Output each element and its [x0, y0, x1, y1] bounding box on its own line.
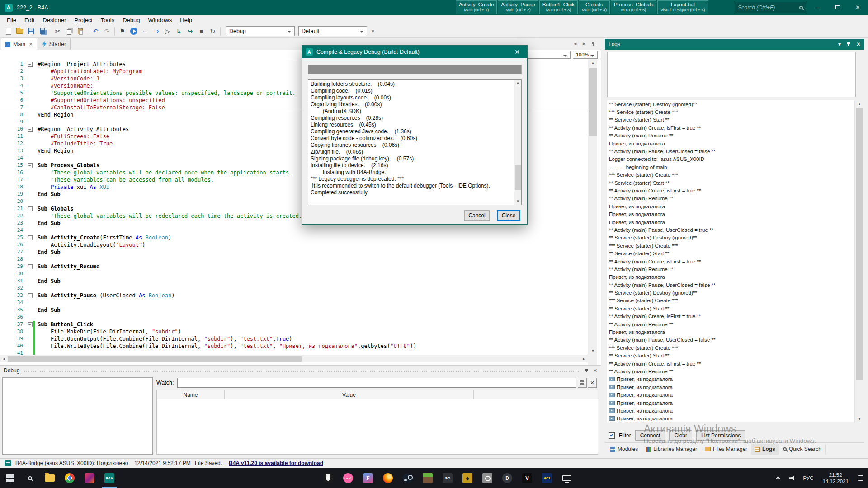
- log-entry[interactable]: ** Service (starter) Start **: [607, 179, 854, 187]
- cancel-button[interactable]: Cancel: [464, 210, 490, 221]
- toolbar-button-new-file[interactable]: [3, 26, 14, 37]
- toolbar-button-open-project[interactable]: [14, 26, 25, 37]
- toolbar-button-save[interactable]: [25, 26, 37, 37]
- log-entry[interactable]: Привет, из подкаталога: [607, 210, 854, 218]
- quick-button-activity_pause[interactable]: Activity_PauseMain (ctrl + 2): [498, 0, 538, 14]
- log-entry[interactable]: ** Service (starter) Start **: [607, 305, 854, 312]
- scroll-up-icon[interactable]: ▲: [855, 100, 864, 108]
- toolbar-button-compile-run[interactable]: [128, 26, 139, 37]
- log-entry[interactable]: ** Service (starter) Destroy (ignored)**: [607, 234, 854, 242]
- log-entry[interactable]: *** Service (starter) Create ***: [607, 171, 854, 179]
- scroll-tabs-left-icon[interactable]: ◄: [573, 41, 577, 46]
- scroll-left-icon[interactable]: ◄: [0, 355, 8, 363]
- scroll-down-icon[interactable]: ▼: [514, 198, 522, 205]
- log-list[interactable]: ** Service (starter) Destroy (ignored)**…: [607, 100, 854, 422]
- fold-toggle-icon[interactable]: −: [28, 264, 33, 269]
- fold-toggle-icon[interactable]: −: [28, 235, 33, 240]
- log-entry[interactable]: Привет, из подкаталога: [607, 273, 854, 281]
- clear-button[interactable]: Clear: [669, 430, 692, 441]
- quick-button-globals[interactable]: GlobalsMain (ctrl + 4): [579, 0, 610, 14]
- tab-modules[interactable]: Modules: [607, 444, 642, 455]
- watch-table[interactable]: Name Value: [156, 390, 598, 455]
- quick-button-layout.bal[interactable]: Layout.balVisual Designer (ctrl + 6): [657, 0, 708, 14]
- debug-locals-box[interactable]: [2, 377, 153, 455]
- scroll-up-icon[interactable]: ▲: [588, 59, 598, 67]
- tab-logs[interactable]: Logs: [751, 444, 779, 455]
- menu-item-file[interactable]: File: [3, 16, 20, 24]
- farcry3-button[interactable]: FC3: [537, 468, 557, 488]
- compile-log[interactable]: Building folders structure. (0.04s)Compi…: [308, 79, 522, 205]
- toolbar-button-undo[interactable]: ↶: [90, 26, 101, 37]
- log-entry[interactable]: Привет, из подкаталога: [607, 383, 854, 391]
- fold-toggle-icon[interactable]: −: [28, 163, 33, 168]
- log-entry[interactable]: ** Activity (main) Create, isFirst = tru…: [607, 187, 854, 194]
- log-entry[interactable]: --------- beginning of main: [607, 163, 854, 171]
- log-entry[interactable]: Привет, из подкаталога: [607, 375, 854, 383]
- menu-item-project[interactable]: Project: [70, 16, 96, 24]
- scroll-down-icon[interactable]: ▼: [588, 347, 598, 355]
- pin-icon[interactable]: [584, 368, 589, 373]
- log-entry[interactable]: ** Activity (main) Create, isFirst = tru…: [607, 360, 854, 367]
- scrollbar-thumb[interactable]: [856, 108, 863, 380]
- tab-main[interactable]: Main×: [1, 38, 37, 50]
- screen-cast-button[interactable]: [557, 468, 577, 488]
- logs-pane-header[interactable]: Logs ▾ ✕: [605, 39, 864, 50]
- dialog-scrollbar[interactable]: ▲ ▼: [514, 80, 521, 205]
- pin-icon[interactable]: [846, 42, 851, 47]
- log-entry[interactable]: ** Service (starter) Start **: [607, 249, 854, 257]
- log-entry[interactable]: *** Service (starter) Create ***: [607, 242, 854, 249]
- minecraft-button[interactable]: [418, 468, 438, 488]
- editor-horizontal-scrollbar[interactable]: ◄ ►: [0, 355, 588, 362]
- build-config-combo[interactable]: Default: [298, 26, 367, 36]
- quick-button-button1_click[interactable]: Button1_ClickMain (ctrl + 3): [539, 0, 578, 14]
- fold-toggle-icon[interactable]: −: [28, 62, 33, 67]
- tab-files-manager[interactable]: Files Manager: [701, 444, 751, 455]
- discord-button[interactable]: D: [497, 468, 517, 488]
- osu-button[interactable]: osu!: [338, 468, 358, 488]
- scroll-up-icon[interactable]: ▲: [514, 80, 522, 86]
- watch-input[interactable]: [177, 378, 576, 388]
- filter-checkbox[interactable]: [609, 432, 615, 439]
- b4a-button[interactable]: B4A: [99, 468, 119, 488]
- log-entry[interactable]: ** Activity (main) Create, isFirst = tru…: [607, 258, 854, 265]
- toolbar-overflow-icon[interactable]: ▾: [372, 28, 374, 34]
- log-entry[interactable]: ** Service (starter) Destroy (ignored)**: [607, 100, 854, 108]
- log-entry[interactable]: Привет, из подкаталога: [607, 218, 854, 226]
- csgo-button[interactable]: GO: [438, 468, 458, 488]
- gold-game-button[interactable]: ◆: [458, 468, 477, 488]
- menu-item-designer[interactable]: Designer: [38, 16, 70, 24]
- log-entry[interactable]: Привет, из подкаталога: [607, 140, 854, 147]
- zoom-combo[interactable]: 100%: [573, 51, 598, 59]
- close-button[interactable]: ✕: [848, 0, 868, 15]
- scrollbar-thumb[interactable]: [515, 165, 521, 190]
- f-app-button[interactable]: F: [358, 468, 378, 488]
- toolbar-button-step-into[interactable]: ↳: [173, 26, 184, 37]
- menu-item-debug[interactable]: Debug: [118, 16, 144, 24]
- fold-toggle-icon[interactable]: −: [28, 127, 33, 132]
- log-entry[interactable]: *** Service (starter) Create ***: [607, 297, 854, 305]
- chrome-button[interactable]: [60, 468, 80, 488]
- window-menu-icon[interactable]: ▾: [838, 41, 841, 47]
- tab-libraries-manager[interactable]: Libraries Manager: [642, 444, 701, 455]
- log-entry[interactable]: Привет, из подкаталога: [607, 391, 854, 399]
- maximize-button[interactable]: [827, 0, 848, 15]
- connect-button[interactable]: Connect: [635, 430, 665, 441]
- media-app-button[interactable]: [80, 468, 99, 488]
- log-entry[interactable]: ** Activity (main) Pause, UserClosed = t…: [607, 226, 854, 234]
- menu-item-windows[interactable]: Windows: [144, 16, 176, 24]
- epic-games-button[interactable]: [318, 468, 338, 488]
- titlebar-search[interactable]: [735, 2, 806, 13]
- v-app-button[interactable]: V: [517, 468, 537, 488]
- log-entry[interactable]: ** Activity (main) Resume **: [607, 265, 854, 273]
- quick-button-process_globals[interactable]: Process_GlobalsMain (ctrl + 5): [611, 0, 656, 14]
- toolbar-button-cut[interactable]: ✂: [52, 26, 63, 37]
- clock[interactable]: 21:5214.12.2021: [818, 468, 853, 488]
- scrollbar-thumb[interactable]: [8, 356, 302, 362]
- close-button[interactable]: Close: [497, 210, 520, 221]
- log-entry[interactable]: *** Service (starter) Create ***: [607, 344, 854, 352]
- tab-close-icon[interactable]: ×: [29, 41, 33, 47]
- fold-toggle-icon[interactable]: −: [28, 293, 33, 298]
- fold-toggle-icon[interactable]: −: [28, 206, 33, 211]
- fold-toggle-icon[interactable]: −: [28, 322, 33, 327]
- menu-item-edit[interactable]: Edit: [20, 16, 38, 24]
